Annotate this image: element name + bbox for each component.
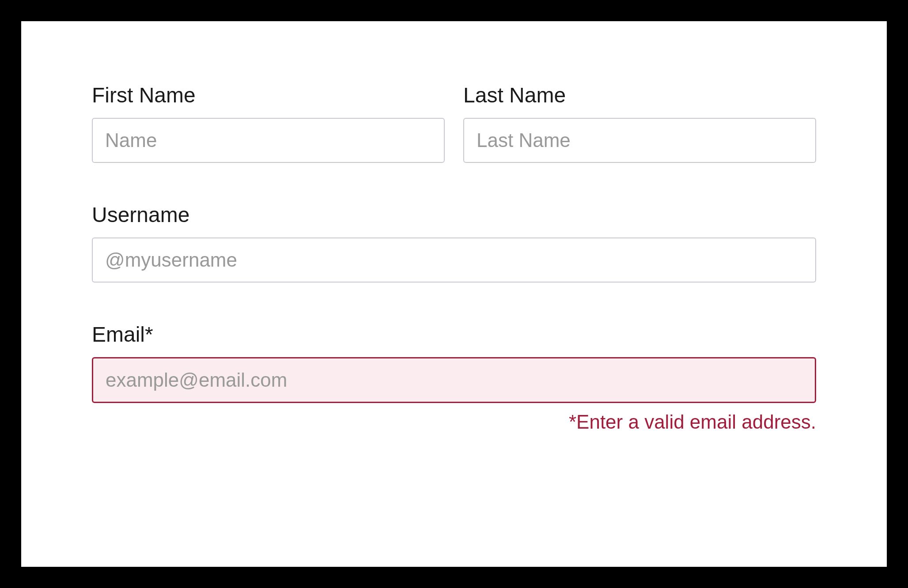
first-name-label: First Name <box>92 83 445 107</box>
last-name-group: Last Name <box>463 83 816 163</box>
email-label: Email* <box>92 322 816 347</box>
username-input[interactable] <box>92 237 816 283</box>
email-error-message: *Enter a valid email address. <box>92 411 816 433</box>
username-label: Username <box>92 203 816 227</box>
username-group: Username <box>92 203 816 283</box>
form-container: First Name Last Name Username Email* *En… <box>21 21 887 567</box>
last-name-label: Last Name <box>463 83 816 107</box>
email-input[interactable] <box>92 357 816 403</box>
username-row: Username <box>92 203 816 283</box>
email-row: Email* *Enter a valid email address. <box>92 322 816 433</box>
first-name-group: First Name <box>92 83 445 163</box>
first-name-input[interactable] <box>92 118 445 163</box>
email-group: Email* *Enter a valid email address. <box>92 322 816 433</box>
last-name-input[interactable] <box>463 118 816 163</box>
name-row: First Name Last Name <box>92 83 816 163</box>
